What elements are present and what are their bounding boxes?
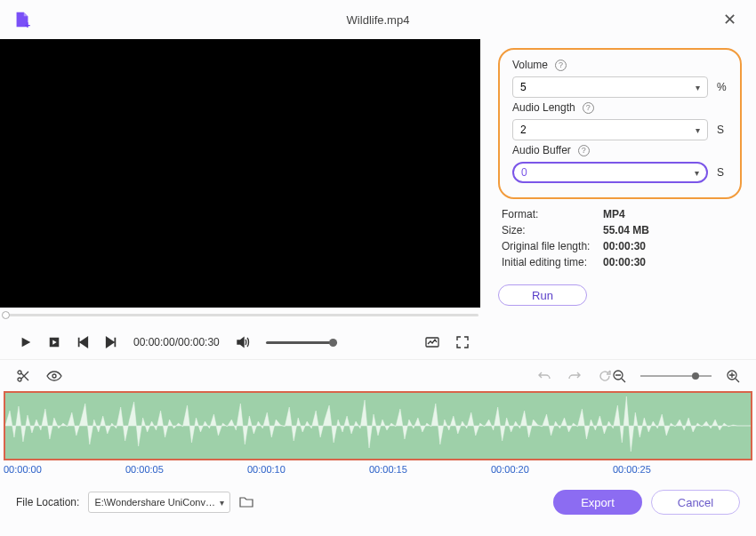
ruler-tick: 00:00:15 [369, 464, 407, 485]
ruler-tick: 00:00:00 [4, 464, 42, 485]
volume-label-text: Volume [512, 59, 548, 71]
init-time-label: Initial editing time: [502, 256, 592, 268]
footer: File Location: E:\Wondershare UniConvert… [0, 488, 756, 516]
volume-icon[interactable] [236, 335, 250, 349]
ruler-tick: 00:00:10 [247, 464, 286, 485]
folder-icon[interactable] [239, 496, 253, 508]
init-time-value: 00:00:30 [603, 256, 646, 268]
redo-icon[interactable] [567, 369, 582, 383]
settings-panel: Volume ? 5 ▾ % Audio Length ? 2 ▾ S [480, 39, 756, 308]
cut-icon[interactable] [16, 369, 30, 383]
help-icon[interactable]: ? [583, 102, 594, 114]
video-preview[interactable] [0, 39, 480, 308]
format-value: MP4 [603, 208, 625, 220]
zoom-slider[interactable] [640, 375, 712, 377]
audio-length-unit: S [717, 124, 728, 136]
help-icon[interactable]: ? [555, 60, 567, 71]
orig-len-value: 00:00:30 [603, 240, 646, 252]
format-label: Format: [502, 208, 592, 220]
main-area: Volume ? 5 ▾ % Audio Length ? 2 ▾ S [0, 39, 756, 308]
audio-length-label: Audio Length ? [512, 101, 728, 114]
audio-length-value: 2 [520, 124, 527, 136]
prev-icon[interactable] [76, 336, 89, 348]
close-button[interactable]: ✕ [716, 6, 744, 33]
zoom-out-icon[interactable] [612, 369, 626, 383]
run-button[interactable]: Run [498, 284, 587, 306]
audio-buffer-label: Audio Buffer ? [512, 144, 728, 156]
export-button[interactable]: Export [553, 490, 642, 515]
audio-length-label-text: Audio Length [512, 101, 575, 114]
svg-text:+: + [25, 20, 30, 29]
chevron-down-icon: ▾ [220, 498, 224, 508]
ruler-tick: 00:00:25 [613, 464, 651, 485]
chevron-down-icon: ▾ [696, 83, 700, 92]
audio-buffer-label-text: Audio Buffer [512, 144, 571, 156]
timeline-ruler: 00:00:00 00:00:05 00:00:10 00:00:15 00:0… [0, 460, 756, 485]
ruler-tick: 00:00:05 [125, 464, 164, 485]
time-display: 00:00:00/00:00:30 [133, 336, 220, 348]
cancel-button[interactable]: Cancel [651, 490, 740, 515]
help-icon[interactable]: ? [578, 145, 590, 156]
stop-icon[interactable] [48, 336, 60, 348]
volume-select[interactable]: 5 ▾ [512, 76, 708, 98]
svg-point-4 [18, 371, 21, 374]
chevron-down-icon: ▾ [696, 125, 700, 135]
chevron-down-icon: ▾ [695, 168, 699, 178]
undo-icon[interactable] [537, 369, 551, 383]
snapshot-icon[interactable] [425, 335, 439, 349]
fullscreen-icon[interactable] [455, 335, 470, 349]
orig-len-label: Original file length: [502, 240, 592, 252]
seek-bar[interactable] [2, 311, 479, 318]
zoom-in-icon[interactable] [726, 369, 740, 383]
app-logo-icon: + [12, 10, 32, 29]
file-location-label: File Location: [16, 496, 79, 508]
eye-icon[interactable] [46, 370, 62, 382]
volume-unit: % [717, 81, 728, 93]
toolbar [0, 359, 756, 391]
audio-length-select[interactable]: 2 ▾ [512, 119, 708, 140]
volume-label: Volume ? [512, 59, 728, 71]
playback-controls: 00:00:00/00:00:30 [0, 325, 480, 359]
svg-point-3 [18, 378, 21, 381]
file-location-value: E:\Wondershare UniConverter [94, 497, 220, 508]
size-value: 55.04 MB [603, 224, 649, 236]
volume-value: 5 [520, 81, 527, 93]
ruler-tick: 00:00:20 [491, 464, 529, 485]
svg-point-5 [52, 374, 56, 378]
file-location-select[interactable]: E:\Wondershare UniConverter ▾ [88, 492, 230, 513]
audio-buffer-select[interactable]: 0 ▾ [512, 162, 708, 183]
waveform-track[interactable] [4, 391, 752, 460]
size-label: Size: [502, 224, 592, 236]
header: + Wildlife.mp4 ✕ [0, 0, 756, 39]
next-icon[interactable] [105, 336, 117, 348]
audio-buffer-value: 0 [521, 166, 527, 179]
refresh-icon[interactable] [598, 369, 612, 383]
window-title: Wildlife.mp4 [347, 13, 410, 27]
play-icon[interactable] [20, 336, 32, 348]
volume-slider[interactable] [266, 341, 337, 344]
highlight-box: Volume ? 5 ▾ % Audio Length ? 2 ▾ S [498, 48, 742, 199]
audio-buffer-unit: S [717, 166, 728, 179]
